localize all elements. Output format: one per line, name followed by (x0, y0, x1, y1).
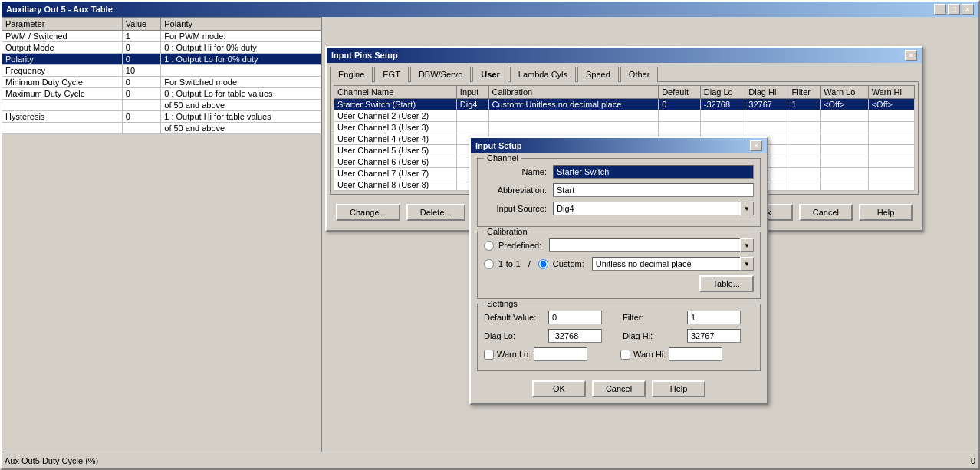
ch-col-warnhi: Warn Hi (868, 86, 914, 99)
tab-speed[interactable]: Speed (577, 67, 619, 82)
abbreviation-row: Abbreviation: (484, 183, 754, 197)
input-pins-title-buttons: × (905, 50, 917, 61)
input-setup-help-button[interactable]: Help (652, 380, 705, 397)
ch-diaghi: 32767 (745, 99, 788, 110)
warn-hi-input[interactable] (669, 347, 722, 361)
calibration-group: Calibration Predefined: ▼ 1-to-1 / Custo… (477, 232, 761, 299)
input-source-select[interactable]: Dig4 Dig1 Dig2 Dig3 Dig5 (553, 202, 754, 215)
diag-hi-row: Diag Hi: (623, 329, 754, 343)
settings-group: Settings Default Value: Filter: Diag Lo:… (477, 304, 761, 371)
ch-default: 0 (659, 99, 701, 110)
channel-row[interactable]: User Channel 3 (User 3) (334, 122, 915, 133)
ch-diaglo: -32768 (700, 99, 745, 110)
param-cell (2, 123, 123, 134)
tab-engine[interactable]: Engine (330, 67, 373, 82)
channel-row-selected[interactable]: Starter Switch (Start) Dig4 Custom: Unit… (334, 99, 915, 110)
diag-hi-input[interactable] (687, 329, 741, 343)
one-to-1-label: 1-to-1 (498, 259, 521, 268)
table-button[interactable]: Table... (699, 275, 754, 292)
value-cell: 0 (122, 54, 160, 65)
filter-row: Filter: (623, 311, 754, 324)
table-row[interactable]: Maximum Duty Cycle 0 0 : Output Lo for t… (2, 88, 321, 100)
channel-row[interactable]: User Channel 2 (User 2) (334, 110, 915, 122)
change-button[interactable]: Change... (336, 204, 400, 221)
tab-lambda-cyls[interactable]: Lambda Cyls (510, 67, 576, 82)
value-cell: 1 (122, 31, 160, 42)
ch-name: User Channel 2 (User 2) (334, 110, 457, 122)
settings-group-title: Settings (484, 299, 521, 308)
ch-name: User Channel 3 (User 3) (334, 122, 457, 133)
minimize-button[interactable]: _ (934, 4, 946, 15)
ch-col-name: Channel Name (334, 86, 457, 99)
abbreviation-input[interactable] (553, 183, 754, 197)
name-label: Name: (484, 167, 553, 176)
tab-user[interactable]: User (472, 67, 508, 82)
warn-lo-input[interactable] (534, 347, 587, 361)
maximize-button[interactable]: □ (948, 4, 960, 15)
cancel-button[interactable]: Cancel (799, 204, 853, 221)
tab-dbw-servo[interactable]: DBW/Servo (410, 67, 471, 82)
polarity-cell: For PWM mode: (161, 31, 321, 42)
main-title-bar: Auxiliary Out 5 - Aux Table _ □ × (2, 2, 978, 17)
name-input[interactable] (553, 165, 754, 179)
ch-col-diaglo: Diag Lo (700, 86, 745, 99)
predefined-row: Predefined: ▼ (484, 238, 754, 252)
custom-label: Custom: (553, 259, 584, 268)
input-setup-cancel-button[interactable]: Cancel (592, 380, 646, 397)
value-cell: 0 (122, 88, 160, 100)
main-window: Auxiliary Out 5 - Aux Table _ □ × Parame… (0, 0, 980, 470)
tab-other[interactable]: Other (620, 67, 659, 82)
warn-hi-row: Warn Hi: (620, 347, 754, 361)
delete-button[interactable]: Delete... (406, 204, 465, 221)
predefined-select[interactable] (549, 238, 754, 252)
table-row[interactable]: Hysteresis 0 1 : Output Hi for table val… (2, 111, 321, 123)
param-cell: Output Mode (2, 42, 123, 54)
help-button[interactable]: Help (859, 204, 913, 221)
polarity-cell: of 50 and above (161, 123, 321, 134)
value-cell (122, 123, 160, 134)
ch-name: User Channel 7 (User 7) (334, 168, 457, 179)
param-cell: Hysteresis (2, 111, 123, 123)
table-row[interactable]: Output Mode 0 0 : Output Hi for 0% duty (2, 42, 321, 54)
ch-filter (788, 110, 821, 122)
ch-name: User Channel 5 (User 5) (334, 145, 457, 156)
ch-col-calibration: Calibration (488, 86, 659, 99)
param-cell: Frequency (2, 65, 123, 77)
warn-lo-row: Warn Lo: (484, 347, 617, 361)
custom-select[interactable]: Unitless no decimal place (592, 257, 754, 271)
one-to-1-radio[interactable] (484, 259, 494, 269)
warn-lo-checkbox[interactable] (484, 350, 494, 360)
input-pins-title-bar: Input Pins Setup × (327, 48, 922, 63)
diag-lo-input[interactable] (548, 329, 602, 343)
filter-label: Filter: (623, 313, 684, 322)
diag-lo-row: Diag Lo: (484, 329, 615, 343)
filter-input[interactable] (687, 311, 741, 324)
table-row[interactable]: PWM / Switched 1 For PWM mode: (2, 31, 321, 42)
polarity-cell: 1 : Output Hi for table values (161, 111, 321, 123)
ch-name: User Channel 4 (User 4) (334, 133, 457, 145)
table-row-selected[interactable]: Polarity 0 1 : Output Lo for 0% duty (2, 54, 321, 65)
custom-radio[interactable] (538, 259, 548, 269)
tab-egt[interactable]: EGT (374, 67, 409, 82)
default-value-input[interactable] (548, 311, 602, 324)
polarity-cell: For Switched mode: (161, 77, 321, 88)
ch-name: User Channel 6 (User 6) (334, 156, 457, 168)
title-bar-buttons: _ □ × (934, 4, 974, 15)
ch-name: Starter Switch (Start) (334, 99, 457, 110)
input-setup-bottom-buttons: OK Cancel Help (471, 376, 767, 403)
ch-name: User Channel 8 (User 8) (334, 179, 457, 191)
input-setup-close-button[interactable]: × (750, 140, 762, 151)
input-pins-close-button[interactable]: × (905, 50, 917, 61)
polarity-cell: 0 : Output Lo for table values (161, 88, 321, 100)
ch-calibration: Custom: Unitless no decimal place (488, 99, 659, 110)
input-setup-ok-button[interactable]: OK (532, 380, 586, 397)
table-row[interactable]: Frequency 10 (2, 65, 321, 77)
input-setup-title-bar: Input Setup × (471, 138, 767, 153)
predefined-radio[interactable] (484, 241, 494, 251)
input-source-row: Input Source: Dig4 Dig1 Dig2 Dig3 Dig5 ▼ (484, 202, 754, 215)
warn-hi-checkbox[interactable] (620, 350, 630, 360)
table-row[interactable]: Minimum Duty Cycle 0 For Switched mode: (2, 77, 321, 88)
status-bar: Aux Out5 Duty Cycle (%) 0 (2, 452, 978, 468)
value-cell: 0 (122, 77, 160, 88)
close-button[interactable]: × (962, 4, 974, 15)
